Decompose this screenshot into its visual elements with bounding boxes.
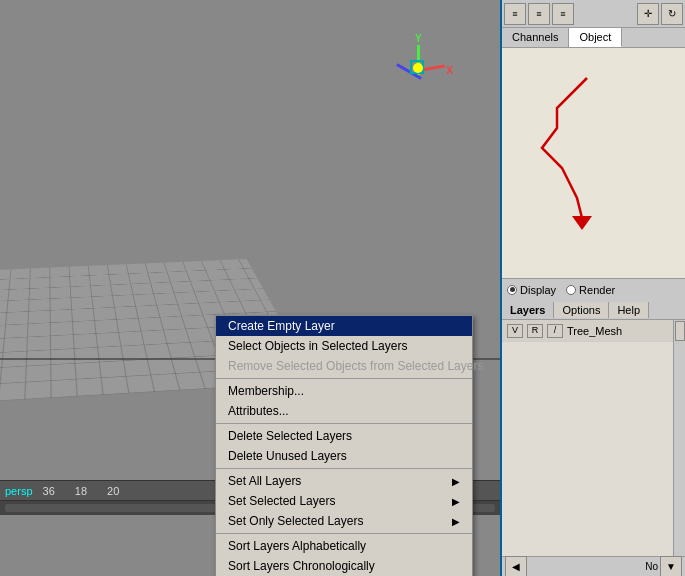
layers-tab-options-label: Options xyxy=(562,304,600,316)
right-toolbar: ≡ ≡ ≡ ✛ ↻ xyxy=(502,0,685,28)
menu-label-sort-chrono: Sort Layers Chronologically xyxy=(228,559,375,573)
layer-row-tree-mesh[interactable]: V R / Tree_Mesh xyxy=(502,320,685,342)
menu-label-set-only-selected: Set Only Selected Layers xyxy=(228,514,363,528)
toolbar-align-right-btn[interactable]: ≡ xyxy=(552,3,574,25)
layers-prev-btn[interactable]: ◀ xyxy=(505,556,527,577)
layers-tabbar: Layers Options Help xyxy=(502,300,685,320)
menu-separator-2 xyxy=(216,423,472,424)
menu-item-select-objects[interactable]: Select Objects in Selected Layers xyxy=(216,336,472,356)
render-r-icon: R xyxy=(532,325,539,335)
menu-item-set-selected[interactable]: Set Selected Layers ▶ xyxy=(216,491,472,511)
menu-label-delete-selected: Delete Selected Layers xyxy=(228,429,352,443)
manip-y-label: Y xyxy=(415,33,422,44)
menu-label-set-selected: Set Selected Layers xyxy=(228,494,335,508)
slash-icon: / xyxy=(554,325,557,335)
right-panel: ≡ ≡ ≡ ✛ ↻ Channels Object xyxy=(500,0,685,576)
menu-label-select-objects: Select Objects in Selected Layers xyxy=(228,339,407,353)
menu-arrow-set-only-selected: ▶ xyxy=(452,516,460,527)
menu-label-create-empty-layer: Create Empty Layer xyxy=(228,319,335,333)
radio-display-dot[interactable] xyxy=(507,285,517,295)
layer-render-r[interactable]: R xyxy=(527,324,543,338)
layers-tab-options[interactable]: Options xyxy=(554,302,609,318)
menu-item-remove-objects: Remove Selected Objects from Selected La… xyxy=(216,356,472,376)
menu-separator-1 xyxy=(216,378,472,379)
menu-item-attributes[interactable]: Attributes... xyxy=(216,401,472,421)
context-menu: Create Empty Layer Select Objects in Sel… xyxy=(215,315,473,576)
viewport-numbers: 36 18 20 xyxy=(43,485,120,497)
layers-tab-help[interactable]: Help xyxy=(609,302,649,318)
menu-label-set-all: Set All Layers xyxy=(228,474,301,488)
scrollbar-thumb[interactable] xyxy=(675,321,685,341)
toolbar-rotate-btn[interactable]: ↻ xyxy=(661,3,683,25)
menu-arrow-set-all: ▶ xyxy=(452,476,460,487)
menu-arrow-set-selected: ▶ xyxy=(452,496,460,507)
radio-render-label: Render xyxy=(579,284,615,296)
layers-scrollbar[interactable] xyxy=(673,320,685,556)
menu-item-membership[interactable]: Membership... xyxy=(216,381,472,401)
toolbar-align-center-btn[interactable]: ≡ xyxy=(528,3,550,25)
align-left-icon: ≡ xyxy=(512,9,517,19)
menu-label-remove-objects: Remove Selected Objects from Selected La… xyxy=(228,359,483,373)
down-icon: ▼ xyxy=(666,561,676,572)
viewport-num-2: 18 xyxy=(75,485,87,497)
manipulator: X Y xyxy=(395,45,445,95)
viewport-area: X Y persp 36 18 20 Create Empty Layer xyxy=(0,0,500,576)
red-arrow-svg xyxy=(502,48,685,278)
main-container: X Y persp 36 18 20 Create Empty Layer xyxy=(0,0,685,576)
rotate-icon: ↻ xyxy=(668,8,676,19)
tab-object[interactable]: Object xyxy=(569,28,622,47)
layers-tab-layers[interactable]: Layers xyxy=(502,302,554,318)
menu-item-set-all[interactable]: Set All Layers ▶ xyxy=(216,471,472,491)
menu-item-delete-unused[interactable]: Delete Unused Layers xyxy=(216,446,472,466)
display-render-bar: Display Render xyxy=(502,278,685,300)
menu-item-create-empty-layer[interactable]: Create Empty Layer xyxy=(216,316,472,336)
layers-tab-label: Layers xyxy=(510,304,545,316)
manip-x-label: X xyxy=(446,65,453,76)
viewport-perspective-label: persp xyxy=(5,485,33,497)
toolbar-align-left-btn[interactable]: ≡ xyxy=(504,3,526,25)
channel-tabs: Channels Object xyxy=(502,28,685,48)
layers-content: V R / Tree_Mesh xyxy=(502,320,685,556)
manip-center xyxy=(413,63,423,73)
visibility-v-icon: V xyxy=(512,325,518,335)
layer-visibility-v[interactable]: V xyxy=(507,324,523,338)
tab-object-label: Object xyxy=(579,31,611,43)
viewport-num-3: 20 xyxy=(107,485,119,497)
tab-channels[interactable]: Channels xyxy=(502,28,569,47)
viewport-num-1: 36 xyxy=(43,485,55,497)
layers-down-btn[interactable]: ▼ xyxy=(660,556,682,577)
radio-render-dot[interactable] xyxy=(566,285,576,295)
radio-render[interactable]: Render xyxy=(566,284,615,296)
menu-item-sort-alpha[interactable]: Sort Layers Alphabetically xyxy=(216,536,472,556)
menu-item-sort-chrono[interactable]: Sort Layers Chronologically xyxy=(216,556,472,576)
layers-no-label: No xyxy=(645,561,658,572)
menu-separator-3 xyxy=(216,468,472,469)
menu-item-set-only-selected[interactable]: Set Only Selected Layers ▶ xyxy=(216,511,472,531)
move-icon: ✛ xyxy=(644,8,652,19)
align-right-icon: ≡ xyxy=(560,9,565,19)
align-center-icon: ≡ xyxy=(536,9,541,19)
radio-display[interactable]: Display xyxy=(507,284,556,296)
layers-bottom-bar: ◀ No ▼ xyxy=(502,556,685,576)
radio-display-label: Display xyxy=(520,284,556,296)
menu-separator-4 xyxy=(216,533,472,534)
menu-item-delete-selected[interactable]: Delete Selected Layers xyxy=(216,426,472,446)
menu-label-attributes: Attributes... xyxy=(228,404,289,418)
toolbar-move-btn[interactable]: ✛ xyxy=(637,3,659,25)
object-canvas xyxy=(502,48,685,278)
svg-marker-0 xyxy=(572,216,592,230)
layers-tab-help-label: Help xyxy=(617,304,640,316)
menu-label-sort-alpha: Sort Layers Alphabetically xyxy=(228,539,366,553)
layer-slash[interactable]: / xyxy=(547,324,563,338)
menu-label-membership: Membership... xyxy=(228,384,304,398)
tab-channels-label: Channels xyxy=(512,31,558,43)
menu-label-delete-unused: Delete Unused Layers xyxy=(228,449,347,463)
prev-icon: ◀ xyxy=(512,561,520,572)
layer-name-tree-mesh: Tree_Mesh xyxy=(567,325,622,337)
